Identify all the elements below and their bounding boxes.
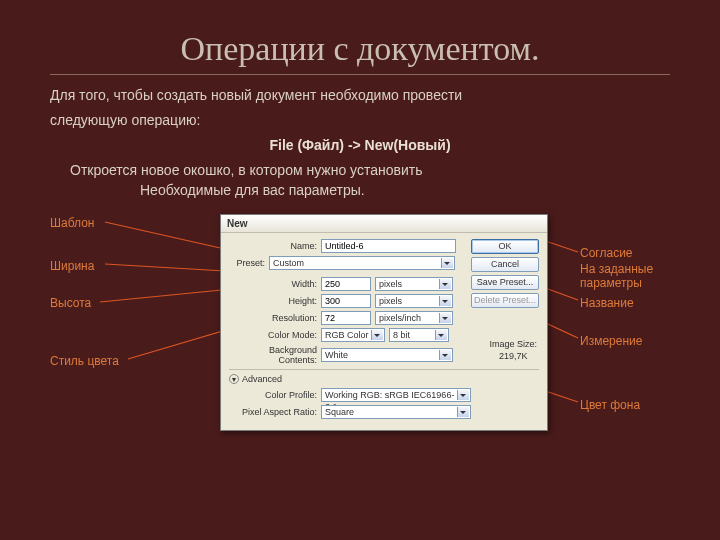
delete-preset-button: Delete Preset... (471, 293, 539, 308)
resolution-field[interactable] (321, 311, 371, 325)
ok-button[interactable]: OK (471, 239, 539, 254)
height-unit-select[interactable]: pixels (375, 294, 453, 308)
preset-select[interactable]: Custom (269, 256, 455, 270)
sub-line-2: Необходимые для вас параметры. (140, 181, 670, 201)
menu-path: File (Файл) -> New(Новый) (50, 137, 670, 153)
bit-depth-select[interactable]: 8 bit (389, 328, 449, 342)
name-field[interactable] (321, 239, 456, 253)
label-template: Шаблон (50, 216, 94, 230)
label-agree2: На заданные параметры (580, 262, 670, 290)
resolution-label: Resolution: (229, 313, 321, 323)
label-bg: Цвет фона (580, 398, 640, 412)
width-field[interactable] (321, 277, 371, 291)
intro-line-1: Для того, чтобы создать новый документ н… (50, 85, 670, 106)
color-profile-label: Color Profile: (229, 390, 321, 400)
label-measure: Измерение (580, 334, 642, 348)
svg-line-0 (105, 222, 238, 252)
dialog-title: New (221, 215, 547, 233)
label-color-style: Стиль цвета (50, 354, 119, 368)
pixel-aspect-label: Pixel Aspect Ratio: (229, 407, 321, 417)
cancel-button[interactable]: Cancel (471, 257, 539, 272)
height-label: Height: (229, 296, 321, 306)
page-title: Операции с документом. (50, 30, 670, 75)
color-mode-select[interactable]: RGB Color (321, 328, 385, 342)
height-field[interactable] (321, 294, 371, 308)
label-name: Название (580, 296, 634, 310)
chevron-down-icon: ▾ (229, 374, 239, 384)
color-profile-select[interactable]: Working RGB: sRGB IEC61966-2.1 (321, 388, 471, 402)
width-label: Width: (229, 279, 321, 289)
image-size-info: Image Size: 219,7K (489, 339, 537, 362)
intro-line-2: следующую операцию: (50, 110, 670, 131)
preset-label: Preset: (229, 258, 269, 268)
label-width: Ширина (50, 259, 94, 273)
bg-contents-select[interactable]: White (321, 348, 453, 362)
save-preset-button[interactable]: Save Preset... (471, 275, 539, 290)
label-height: Высота (50, 296, 91, 310)
name-label: Name: (229, 241, 321, 251)
new-dialog: New OK Cancel Save Preset... Delete Pres… (220, 214, 548, 431)
label-agree: Согласие (580, 246, 633, 260)
bg-contents-label: Background Contents: (229, 345, 321, 365)
pixel-aspect-select[interactable]: Square (321, 405, 471, 419)
color-mode-label: Color Mode: (229, 330, 321, 340)
sub-line-1: Откроется новое окошко, в котором нужно … (70, 161, 670, 181)
advanced-toggle[interactable]: ▾ Advanced (229, 374, 539, 384)
resolution-unit-select[interactable]: pixels/inch (375, 311, 453, 325)
width-unit-select[interactable]: pixels (375, 277, 453, 291)
diagram-area: Шаблон Ширина Высота Стиль цвета Согласи… (50, 204, 670, 494)
